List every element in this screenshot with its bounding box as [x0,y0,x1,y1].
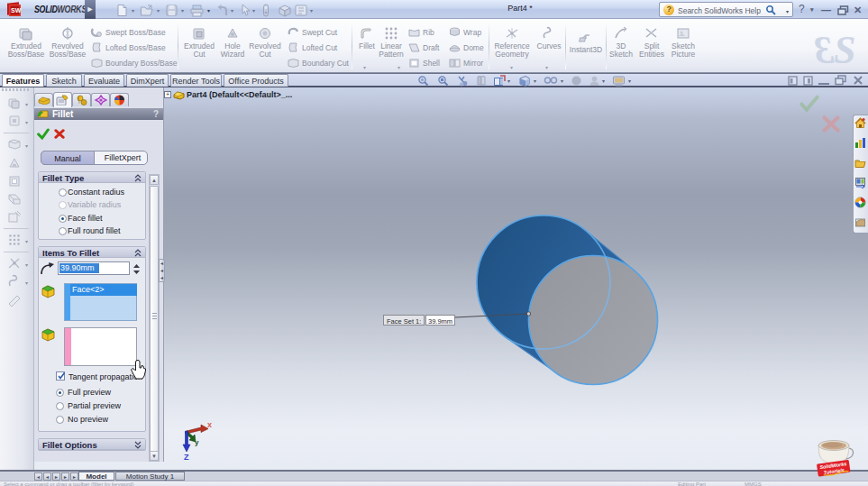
svg-text:y: y [195,438,199,446]
svg-text:x: x [207,420,212,429]
svg-text:Z: Z [184,453,189,462]
